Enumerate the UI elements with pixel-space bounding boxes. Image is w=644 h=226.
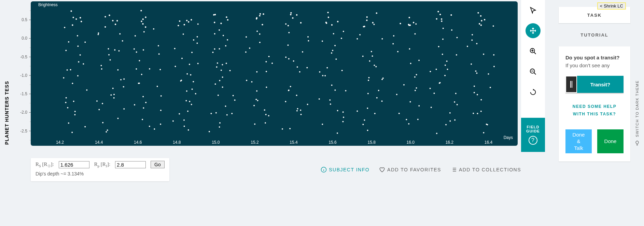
svg-point-235 (254, 124, 255, 125)
svg-point-410 (473, 113, 474, 114)
svg-point-387 (481, 20, 482, 21)
subject-info-button[interactable]: SUBJECT INFO (321, 167, 369, 173)
svg-point-48 (75, 18, 77, 20)
svg-text:15.6: 15.6 (328, 140, 337, 145)
svg-point-159 (180, 80, 181, 82)
svg-point-322 (356, 110, 358, 112)
svg-point-107 (145, 26, 146, 28)
dip-calculator: RS [R☉]: Rp [RJ]: Go Dip's depth ~= 3.13… (31, 158, 169, 181)
theme-switch[interactable]: SWITCH TO DARK THEME (630, 0, 644, 226)
svg-point-141 (184, 24, 185, 25)
svg-point-179 (219, 29, 220, 31)
svg-point-393 (472, 34, 473, 36)
svg-point-202 (226, 114, 228, 115)
svg-point-80 (98, 32, 99, 34)
zoom-in-button[interactable] (521, 41, 545, 61)
shrink-lc-button[interactable]: < Shrink LC (597, 2, 626, 10)
done-button[interactable]: Done (597, 129, 624, 153)
svg-point-203 (231, 113, 233, 114)
svg-point-105 (107, 129, 108, 131)
svg-point-376 (434, 93, 435, 94)
svg-point-360 (443, 28, 444, 29)
svg-point-156 (186, 73, 188, 74)
svg-point-104 (117, 118, 118, 119)
svg-point-263 (300, 110, 301, 111)
svg-point-168 (179, 113, 180, 115)
svg-point-273 (343, 31, 344, 32)
svg-point-89 (100, 65, 102, 66)
svg-point-264 (300, 114, 302, 115)
svg-point-230 (257, 100, 258, 101)
svg-point-364 (438, 46, 439, 47)
svg-text:-1.5: -1.5 (20, 91, 27, 96)
svg-point-285 (324, 75, 326, 76)
svg-point-332 (408, 25, 410, 26)
svg-point-336 (393, 35, 394, 37)
svg-point-153 (197, 63, 199, 64)
svg-point-125 (141, 74, 142, 75)
svg-point-124 (136, 68, 137, 70)
svg-point-323 (367, 108, 368, 109)
done-and-talk-button[interactable]: Done&Talk (565, 129, 592, 153)
pointer-tool-button[interactable] (521, 0, 545, 20)
svg-point-269 (327, 12, 328, 13)
svg-point-286 (331, 84, 333, 86)
svg-point-103 (102, 122, 103, 123)
need-help-link[interactable]: NEED SOME HELP WITH THIS TASK? (565, 103, 624, 118)
svg-point-388 (484, 19, 485, 20)
svg-point-184 (214, 48, 215, 50)
svg-point-303 (363, 26, 364, 27)
svg-point-325 (362, 124, 364, 125)
svg-point-391 (480, 24, 482, 26)
svg-point-413 (486, 124, 487, 125)
svg-point-204 (210, 113, 212, 114)
svg-point-271 (331, 24, 333, 26)
reset-button[interactable] (521, 82, 545, 102)
svg-point-316 (381, 79, 383, 80)
svg-point-54 (65, 50, 67, 51)
svg-point-192 (221, 70, 222, 71)
svg-point-357 (436, 18, 437, 19)
svg-point-335 (415, 33, 416, 34)
add-to-favorites-button[interactable]: ADD TO FAVORITES (379, 167, 441, 173)
tutorial-tab[interactable]: TUTORIAL (559, 27, 630, 43)
svg-point-290 (330, 103, 331, 105)
svg-point-167 (187, 111, 188, 112)
svg-point-367 (446, 60, 448, 62)
svg-point-102 (123, 108, 125, 110)
svg-point-190 (216, 66, 218, 68)
svg-point-250 (293, 60, 294, 62)
transit-button[interactable]: Transit? (565, 76, 624, 93)
svg-point-128 (157, 86, 158, 87)
zoom-out-button[interactable] (521, 61, 545, 82)
svg-point-223 (256, 71, 257, 73)
svg-point-76 (109, 15, 110, 16)
svg-point-185 (212, 52, 213, 53)
svg-point-272 (326, 23, 327, 24)
svg-point-386 (477, 12, 479, 13)
svg-point-226 (246, 80, 247, 81)
svg-point-374 (439, 83, 440, 84)
svg-point-249 (285, 57, 286, 58)
go-button[interactable]: Go (151, 161, 165, 168)
svg-point-294 (343, 117, 344, 118)
svg-point-406 (474, 92, 475, 93)
svg-point-245 (308, 40, 309, 41)
svg-point-49 (80, 17, 81, 18)
svg-point-150 (191, 52, 193, 53)
svg-point-133 (143, 107, 144, 109)
svg-point-163 (186, 90, 187, 92)
svg-point-363 (456, 37, 458, 38)
add-to-collections-button[interactable]: ADD TO COLLECTIONS (451, 167, 521, 173)
svg-point-358 (437, 11, 439, 12)
svg-point-44 (81, 21, 82, 22)
rp-input[interactable] (115, 161, 146, 168)
field-guide-button[interactable]: FIELD GUIDE ? (521, 118, 545, 152)
svg-point-182 (227, 39, 228, 41)
svg-point-348 (409, 101, 411, 102)
light-curve-chart[interactable]: 0.50.0-0.5-1.0-1.5-2.0-2.514.214.414.614… (14, 0, 521, 152)
svg-point-175 (213, 14, 214, 15)
rs-input[interactable] (59, 161, 89, 168)
list-icon (451, 167, 457, 173)
move-tool-button[interactable] (526, 23, 541, 38)
